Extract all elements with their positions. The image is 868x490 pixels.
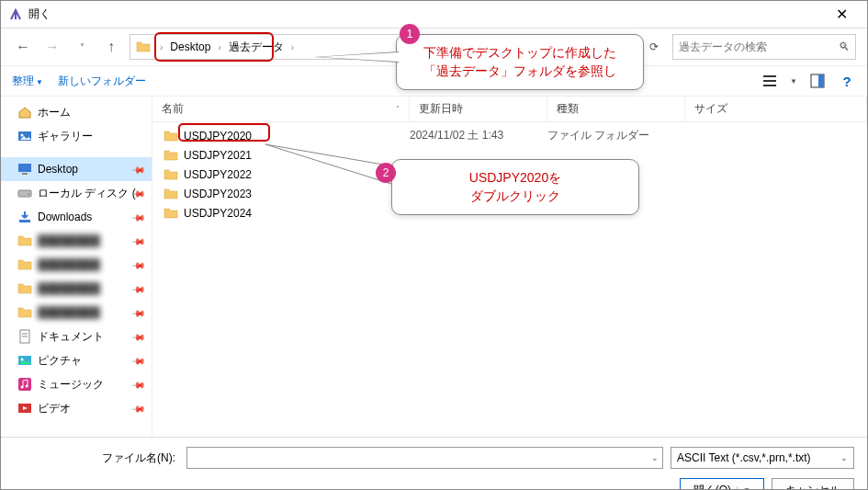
pin-icon: 📌 bbox=[131, 377, 146, 392]
titlebar: 開く ✕ bbox=[1, 1, 867, 28]
sidebar-item-label: ドキュメント bbox=[38, 329, 104, 345]
svg-point-18 bbox=[21, 386, 24, 389]
search-input[interactable] bbox=[679, 40, 839, 53]
filename-label: ファイル名(N): bbox=[14, 450, 179, 466]
sidebar-item-hidden-5[interactable]: ████████📌 bbox=[1, 229, 152, 253]
sidebar-item-label: Desktop bbox=[38, 163, 78, 176]
sidebar-item-label: ████████ bbox=[38, 306, 100, 319]
home-icon bbox=[17, 105, 32, 120]
breadcrumb-folder[interactable]: 過去データ bbox=[225, 38, 287, 57]
sidebar-item-Desktop[interactable]: Desktop📌 bbox=[1, 157, 152, 181]
annotation-pointer-2 bbox=[265, 139, 394, 185]
chevron-down-icon: ⌄ bbox=[840, 453, 848, 462]
refresh-button[interactable]: ⟳ bbox=[643, 40, 665, 53]
breadcrumb-desktop[interactable]: Desktop bbox=[166, 39, 214, 55]
sidebar-item-ローカル ディスク ([interactable]: ローカル ディスク (📌 bbox=[1, 181, 152, 205]
disk-icon bbox=[17, 186, 32, 200]
pin-icon: 📌 bbox=[131, 162, 146, 177]
annotation-badge-2: 2 bbox=[376, 163, 396, 183]
sidebar-item-ギャラリー[interactable]: ギャラリー bbox=[1, 124, 152, 148]
sidebar-item-label: ████████ bbox=[38, 282, 100, 295]
split-dropdown-icon[interactable]: ▼ bbox=[737, 486, 750, 491]
svg-point-6 bbox=[21, 134, 24, 137]
sort-asc-icon: ˄ bbox=[396, 105, 400, 113]
pin-icon: 📌 bbox=[131, 305, 146, 320]
sidebar-item-Downloads[interactable]: Downloads📌 bbox=[1, 205, 152, 229]
recent-dropdown[interactable]: ˅ bbox=[71, 36, 93, 58]
sidebar-item-label: ミュージック bbox=[38, 377, 104, 393]
help-button[interactable]: ? bbox=[838, 72, 856, 90]
svg-point-16 bbox=[21, 359, 24, 361]
pin-icon: 📌 bbox=[131, 353, 146, 368]
desktop-icon bbox=[17, 162, 32, 177]
sidebar-item-hidden-7[interactable]: ████████📌 bbox=[1, 277, 152, 301]
col-date[interactable]: 更新日時 bbox=[410, 97, 547, 121]
annotation-callout-1: 下準備でデスクトップに作成した 「過去データ」フォルダを参照し bbox=[396, 34, 644, 90]
up-button[interactable]: ↑ bbox=[100, 36, 122, 58]
document-icon bbox=[17, 329, 32, 344]
sidebar: ホームギャラリーDesktop📌ローカル ディスク (📌Downloads📌██… bbox=[1, 97, 152, 437]
sidebar-item-label: ビデオ bbox=[38, 401, 71, 416]
view-mode-button[interactable] bbox=[761, 72, 779, 90]
file-date: 2024/11/02 土 1:43 bbox=[410, 128, 547, 143]
svg-marker-22 bbox=[265, 144, 394, 185]
chevron-right-icon: › bbox=[160, 42, 163, 52]
folder-icon bbox=[163, 187, 178, 201]
folder-icon bbox=[163, 206, 178, 221]
downloads-icon bbox=[17, 210, 32, 224]
organize-menu[interactable]: 整理▼ bbox=[12, 74, 43, 89]
column-headers: 名前˄ 更新日時 種類 サイズ bbox=[152, 97, 867, 122]
folder-icon bbox=[163, 148, 178, 163]
video-icon bbox=[17, 401, 32, 416]
pictures-icon bbox=[17, 353, 32, 368]
close-button[interactable]: ✕ bbox=[823, 2, 860, 28]
svg-rect-4 bbox=[818, 74, 824, 87]
cancel-button[interactable]: キャンセル bbox=[772, 478, 854, 490]
svg-point-19 bbox=[26, 385, 28, 388]
chevron-right-icon: › bbox=[218, 42, 220, 52]
pin-icon: 📌 bbox=[131, 234, 146, 248]
sidebar-item-ビデオ[interactable]: ビデオ📌 bbox=[1, 396, 152, 420]
open-button[interactable]: 開く(O)▼ bbox=[680, 478, 764, 490]
bottom-panel: ファイル名(N): ⌄ ASCII Text (*.csv,*.prn,*.tx… bbox=[1, 437, 867, 490]
svg-rect-0 bbox=[763, 75, 776, 77]
folder-icon bbox=[163, 129, 178, 143]
folder-icon bbox=[17, 234, 32, 248]
search-box[interactable]: 🔍︎ bbox=[672, 34, 856, 60]
sidebar-item-hidden-8[interactable]: ████████📌 bbox=[1, 301, 152, 325]
sidebar-item-hidden-6[interactable]: ████████📌 bbox=[1, 253, 152, 277]
view-dropdown[interactable]: ▼ bbox=[790, 77, 797, 85]
col-name[interactable]: 名前˄ bbox=[152, 97, 410, 121]
back-button[interactable]: ← bbox=[12, 36, 34, 58]
file-type: ファイル フォルダー bbox=[547, 128, 685, 143]
folder-icon bbox=[17, 257, 32, 272]
file-name: USDJPY2023 bbox=[184, 188, 410, 200]
sidebar-item-label: ████████ bbox=[38, 234, 100, 247]
annotation-badge-1: 1 bbox=[400, 24, 420, 44]
main-panel: 名前˄ 更新日時 種類 サイズ USDJPY20202024/11/02 土 1… bbox=[152, 97, 867, 437]
chevron-right-icon: › bbox=[291, 42, 294, 52]
filetype-filter[interactable]: ASCII Text (*.csv,*.prn,*.txt)⌄ bbox=[671, 447, 854, 469]
sidebar-item-label: ████████ bbox=[38, 258, 100, 271]
sidebar-item-ホーム[interactable]: ホーム bbox=[1, 100, 152, 124]
file-row[interactable]: USDJPY20202024/11/02 土 1:43ファイル フォルダー bbox=[152, 126, 867, 145]
sidebar-item-ミュージック[interactable]: ミュージック📌 bbox=[1, 372, 152, 396]
svg-rect-8 bbox=[22, 173, 28, 175]
sidebar-item-label: ローカル ディスク ( bbox=[38, 186, 136, 201]
forward-button[interactable]: → bbox=[41, 36, 63, 58]
new-folder-button[interactable]: 新しいフォルダー bbox=[58, 74, 146, 89]
preview-pane-button[interactable] bbox=[808, 72, 827, 90]
filename-combo[interactable]: ⌄ bbox=[186, 447, 663, 469]
app-icon bbox=[8, 7, 23, 22]
col-size[interactable]: サイズ bbox=[685, 97, 867, 121]
pin-icon: 📌 bbox=[131, 281, 146, 296]
svg-rect-2 bbox=[763, 85, 776, 86]
music-icon bbox=[17, 377, 32, 392]
chevron-down-icon: ⌄ bbox=[651, 453, 659, 462]
sidebar-item-ピクチャ[interactable]: ピクチャ📌 bbox=[1, 348, 152, 372]
sidebar-item-label: ピクチャ bbox=[38, 353, 82, 369]
sidebar-item-ドキュメント[interactable]: ドキュメント📌 bbox=[1, 325, 152, 348]
search-icon: 🔍︎ bbox=[839, 40, 850, 53]
pin-icon: 📌 bbox=[131, 401, 146, 416]
col-type[interactable]: 種類 bbox=[547, 97, 685, 121]
